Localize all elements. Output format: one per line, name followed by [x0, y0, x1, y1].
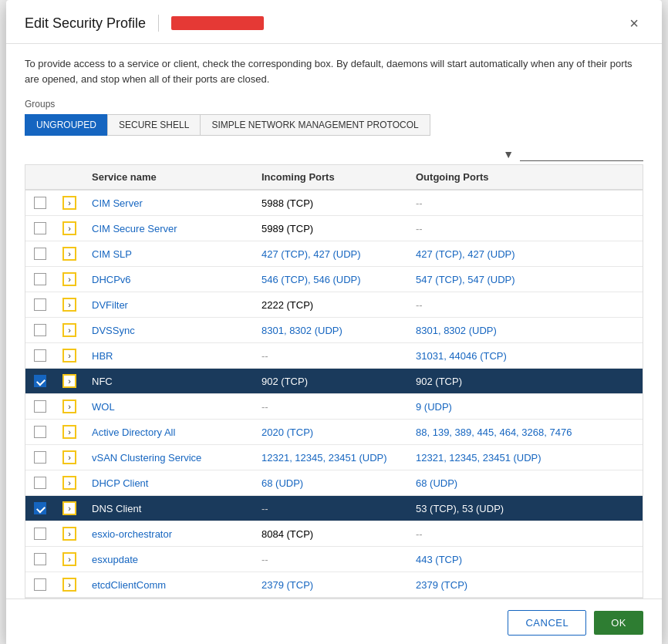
row-expand-button[interactable]: ›	[62, 450, 76, 464]
table-header-row: Service name Incoming Ports Outgoing Por…	[25, 165, 643, 190]
service-name-link[interactable]: CIM Server	[92, 197, 143, 209]
cell-check	[25, 496, 55, 521]
tab-secure-shell[interactable]: SECURE SHELL	[107, 114, 200, 136]
service-name-link[interactable]: DHCPv6	[92, 274, 131, 285]
incoming-port-value: 902 (TCP)	[261, 376, 308, 387]
cell-expand: ›	[55, 267, 84, 292]
row-expand-button[interactable]: ›	[62, 196, 76, 210]
row-expand-button[interactable]: ›	[62, 425, 76, 439]
outgoing-port-value: 2379 (TCP)	[416, 579, 467, 591]
cell-outgoing-ports: 902 (TCP)	[408, 369, 643, 394]
cell-service-name: CIM Server	[84, 190, 254, 216]
cell-incoming-ports: --	[254, 496, 408, 521]
close-button[interactable]: ×	[625, 14, 643, 32]
service-name-link[interactable]: DVSSync	[92, 325, 135, 336]
incoming-port-value: 8301, 8302 (UDP)	[261, 325, 342, 336]
row-expand-button[interactable]: ›	[62, 527, 76, 541]
cell-check	[25, 241, 55, 267]
cell-incoming-ports: 5988 (TCP)	[254, 190, 408, 216]
service-name-link[interactable]: vSAN Clustering Service	[92, 452, 201, 464]
row-expand-button[interactable]: ›	[62, 374, 76, 388]
cell-service-name: CIM Secure Server	[84, 216, 254, 241]
table-row: ›vSAN Clustering Service12321, 12345, 23…	[25, 445, 643, 470]
row-expand-button[interactable]: ›	[62, 272, 76, 286]
cell-incoming-ports: 68 (UDP)	[254, 470, 408, 496]
cell-outgoing-ports: 443 (TCP)	[408, 547, 643, 572]
modal-title: Edit Security Profile	[25, 15, 146, 32]
incoming-dash: --	[261, 401, 268, 413]
cell-check	[25, 369, 55, 394]
service-name-link[interactable]: CIM Secure Server	[92, 223, 177, 234]
row-checkbox[interactable]	[34, 426, 46, 438]
incoming-dash: --	[261, 503, 268, 514]
service-name-link[interactable]: CIM SLP	[92, 248, 132, 260]
service-name-link[interactable]: esxio-orchestrator	[92, 528, 172, 540]
row-expand-button[interactable]: ›	[62, 221, 76, 235]
table-row: ›etcdClientComm2379 (TCP)2379 (TCP)	[25, 572, 643, 598]
row-expand-button[interactable]: ›	[62, 247, 76, 261]
row-checkbox[interactable]	[34, 477, 46, 489]
cell-outgoing-ports: 427 (TCP), 427 (UDP)	[408, 241, 643, 267]
row-expand-button[interactable]: ›	[62, 298, 76, 312]
cell-check	[25, 267, 55, 292]
service-table: Service name Incoming Ports Outgoing Por…	[25, 165, 643, 598]
row-checkbox[interactable]	[34, 349, 46, 362]
service-name-link[interactable]: HBR	[92, 350, 113, 362]
cell-incoming-ports: 5989 (TCP)	[254, 216, 408, 241]
row-checkbox[interactable]	[34, 451, 46, 464]
tab-snmp[interactable]: SIMPLE NETWORK MANAGEMENT PROTOCOL	[200, 114, 430, 136]
col-header-service: Service name	[84, 165, 254, 190]
row-checkbox[interactable]	[34, 553, 46, 565]
row-checkbox[interactable]	[34, 400, 46, 413]
cell-service-name: esxio-orchestrator	[84, 521, 254, 547]
row-expand-button[interactable]: ›	[62, 349, 76, 362]
row-expand-button[interactable]: ›	[62, 323, 76, 337]
table-row: ›Active Directory All2020 (TCP)88, 139, …	[25, 420, 643, 445]
row-checkbox[interactable]	[34, 298, 46, 311]
service-name-link[interactable]: Active Directory All	[92, 427, 175, 438]
row-expand-button[interactable]: ›	[62, 501, 76, 515]
incoming-dash: --	[261, 350, 268, 362]
row-checkbox[interactable]	[34, 502, 46, 514]
row-expand-button[interactable]: ›	[62, 476, 76, 490]
service-name-link[interactable]: etcdClientComm	[92, 579, 166, 591]
cell-outgoing-ports: 88, 139, 389, 445, 464, 3268, 7476	[408, 420, 643, 445]
cell-incoming-ports: 902 (TCP)	[254, 369, 408, 394]
outgoing-dash: --	[416, 197, 423, 209]
ok-button[interactable]: OK	[594, 611, 643, 635]
cell-expand: ›	[55, 343, 84, 369]
cell-incoming-ports: 2222 (TCP)	[254, 292, 408, 318]
row-checkbox[interactable]	[34, 197, 46, 209]
service-name-link[interactable]: esxupdate	[92, 554, 138, 565]
service-name-link[interactable]: DVFilter	[92, 299, 128, 311]
cell-service-name: vSAN Clustering Service	[84, 445, 254, 470]
cell-incoming-ports: 427 (TCP), 427 (UDP)	[254, 241, 408, 267]
service-name-link[interactable]: DNS Client	[92, 503, 141, 514]
row-checkbox[interactable]	[34, 578, 46, 591]
service-name-link[interactable]: WOL	[92, 401, 115, 413]
filter-icon: ▼	[503, 148, 514, 160]
row-checkbox[interactable]	[34, 222, 46, 234]
row-expand-button[interactable]: ›	[62, 552, 76, 566]
cell-check	[25, 420, 55, 445]
row-checkbox[interactable]	[34, 273, 46, 285]
service-name-link[interactable]: DHCP Client	[92, 477, 148, 489]
incoming-port-value: 2020 (TCP)	[261, 427, 313, 438]
row-checkbox[interactable]	[34, 324, 46, 336]
row-expand-button[interactable]: ›	[62, 578, 76, 592]
filter-input[interactable]	[520, 147, 643, 161]
row-checkbox[interactable]	[34, 528, 46, 540]
cancel-button[interactable]: CANCEL	[508, 610, 586, 636]
cell-expand: ›	[55, 394, 84, 420]
tab-ungrouped[interactable]: UNGROUPED	[25, 114, 107, 136]
row-expand-button[interactable]: ›	[62, 400, 76, 413]
cell-expand: ›	[55, 241, 84, 267]
cell-incoming-ports: --	[254, 394, 408, 420]
cell-service-name: DVFilter	[84, 292, 254, 318]
row-checkbox[interactable]	[34, 248, 46, 260]
outgoing-port-value: 31031, 44046 (TCP)	[416, 350, 507, 362]
row-checkbox[interactable]	[34, 375, 46, 387]
cell-outgoing-ports: --	[408, 292, 643, 318]
outgoing-dash: --	[416, 223, 423, 234]
service-name-link[interactable]: NFC	[92, 376, 113, 387]
